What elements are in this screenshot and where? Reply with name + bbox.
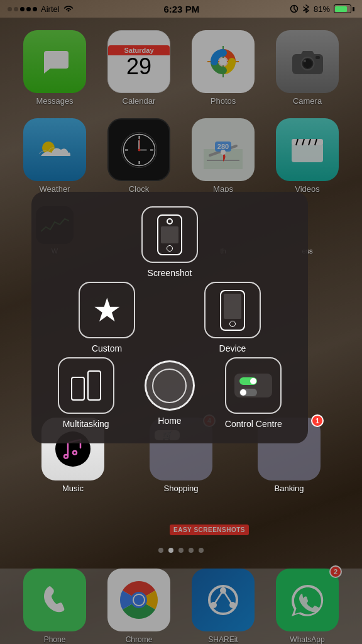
- status-left: Airtel: [8, 4, 74, 14]
- control-centre-label: Control Centre: [225, 419, 282, 429]
- shopping-label: Shopping: [164, 484, 199, 493]
- device-label: Device: [219, 343, 246, 353]
- home-inner-circle: [152, 369, 187, 403]
- toggle-off: [239, 389, 257, 396]
- menu-item-device[interactable]: Device: [170, 282, 295, 353]
- signal-dot-5: [33, 7, 37, 11]
- toggle-icon-visual: [234, 374, 272, 397]
- device-home-btn: [229, 321, 236, 327]
- ss-screen: [161, 226, 179, 243]
- signal-dot-1: [8, 7, 12, 11]
- signal-dot-3: [20, 7, 25, 11]
- multitasking-icon: [58, 357, 114, 414]
- menu-item-control-centre[interactable]: Control Centre: [212, 357, 295, 429]
- screen-rotation-icon: [290, 4, 299, 13]
- device-icon: [204, 282, 261, 338]
- banking-label: Banking: [275, 484, 304, 493]
- screenshot-icon: [141, 206, 198, 263]
- battery-percent: 81%: [314, 4, 330, 14]
- menu-item-custom[interactable]: ★ Custom: [44, 282, 170, 353]
- menu-middle-row: ★ Custom Device: [44, 282, 295, 353]
- custom-label: Custom: [92, 343, 122, 353]
- camera-dot: [167, 218, 173, 225]
- toggle-knob-right: [250, 378, 256, 384]
- battery-indicator: [334, 4, 354, 13]
- menu-item-multitasking[interactable]: Multitasking: [44, 357, 128, 429]
- phone-home-btn: [167, 245, 173, 252]
- home-icon: [145, 360, 195, 411]
- status-bar: Airtel 6:23 PM 81%: [0, 0, 362, 18]
- custom-icon: ★: [79, 282, 135, 338]
- menu-bottom-row: Multitasking Home: [44, 357, 295, 429]
- carrier-label: Airtel: [41, 4, 60, 14]
- assistive-touch-menu: Screenshot ★ Custom Device: [31, 192, 308, 443]
- music-label: Music: [62, 484, 84, 493]
- signal-dot-2: [14, 7, 18, 11]
- toggle-on: [239, 377, 257, 385]
- banking-badge: 1: [311, 414, 324, 427]
- menu-item-home[interactable]: Home: [128, 360, 211, 426]
- mt-card-2: [87, 370, 101, 401]
- wifi-icon: [63, 5, 74, 13]
- toggle-row-2: [239, 389, 267, 396]
- bluetooth-icon: [302, 4, 310, 13]
- multitask-cards: [71, 370, 101, 401]
- star-icon: ★: [92, 291, 122, 329]
- status-right: 81%: [290, 4, 354, 14]
- menu-top-row: Screenshot: [44, 206, 295, 278]
- signal-strength: [8, 7, 37, 11]
- control-centre-icon: [225, 357, 282, 414]
- toggle-knob-left: [240, 389, 246, 396]
- device-screen: [224, 294, 242, 319]
- multitasking-label: Multitasking: [63, 419, 109, 429]
- device-phone-outline: [220, 290, 245, 331]
- mt-card-1: [71, 377, 85, 401]
- home-label: Home: [158, 416, 181, 426]
- screenshot-label: Screenshot: [148, 268, 192, 278]
- phone-outline-screenshot: [157, 214, 182, 255]
- menu-item-screenshot[interactable]: Screenshot: [44, 206, 295, 278]
- status-time: 6:23 PM: [163, 4, 199, 14]
- signal-dot-4: [26, 7, 31, 11]
- toggle-row-1: [239, 377, 267, 385]
